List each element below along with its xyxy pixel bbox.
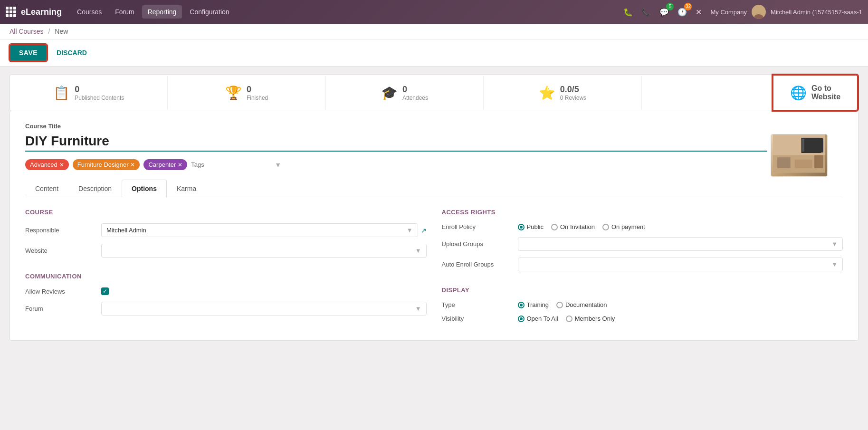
attendees-count: 0 [402,85,428,95]
finished-icon: 🏆 [225,85,242,101]
breadcrumb-separator: / [48,28,50,35]
forum-row: Forum ▼ [25,302,427,315]
breadcrumb-parent[interactable]: All Courses [10,28,44,35]
website-label: Website [25,247,101,254]
visibility-row: Visibility Open To All Members Only [442,315,843,322]
course-section-title: Course [25,209,427,216]
menu-courses[interactable]: Courses [71,5,107,19]
responsible-link-icon[interactable]: ↗ [421,227,427,234]
stat-published[interactable]: 📋 0 Published Contents [10,76,168,110]
website-row: Website ▼ [25,244,427,258]
visibility-membersonly-radio[interactable] [566,315,572,322]
type-row: Type Training Documentation [442,301,843,308]
stat-reviews[interactable]: ⭐ 0.0/5 0 Reviews [484,76,641,110]
course-section: Course Responsible Mitchell Admin ▼ ↗ [25,209,427,329]
close-icon[interactable]: ✕ [694,6,704,19]
responsible-label: Responsible [25,227,101,234]
upload-groups-select[interactable]: ▼ [518,237,843,251]
enroll-invitation-radio[interactable] [551,224,558,230]
tag-advanced-remove[interactable]: ✕ [59,162,64,168]
clock-icon-wrap[interactable]: 🕐32 [676,6,689,19]
responsible-row: Responsible Mitchell Admin ▼ ↗ [25,223,427,237]
forum-caret: ▼ [415,305,421,312]
enroll-payment-radio[interactable] [602,224,609,230]
visibility-label: Visibility [442,315,518,322]
tab-karma[interactable]: Karma [167,180,206,197]
menu-reporting[interactable]: Reporting [142,5,182,19]
allow-reviews-label: Allow Reviews [25,288,101,295]
clock-badge: 32 [684,3,692,10]
tag-carpenter: Carpenter ✕ [143,159,187,170]
course-title-label: Course Title [25,123,843,130]
goto-label: Go to Website [811,84,840,101]
course-title-input[interactable] [25,132,767,152]
responsible-caret: ▼ [407,227,413,234]
user-name: Mitchell Admin (15745157-saas-1 [771,9,862,16]
tags-dropdown-icon[interactable]: ▼ [275,161,281,169]
responsible-select[interactable]: Mitchell Admin ▼ [101,223,418,237]
published-label: Published Contents [75,95,124,101]
tabs: Content Description Options Karma [25,180,843,197]
globe-icon: 🌐 [790,85,807,101]
forum-select[interactable]: ▼ [101,302,427,315]
menu-forum[interactable]: Forum [109,5,140,19]
stat-attendees[interactable]: 🎓 0 Attendees [326,76,484,110]
chat-badge: 5 [666,3,674,10]
display-section-title: Display [442,287,843,294]
svg-rect-4 [801,138,821,153]
allow-reviews-row: Allow Reviews [25,287,427,295]
menu-configuration[interactable]: Configuration [184,5,235,19]
bug-icon[interactable]: 🐛 [621,6,635,19]
svg-rect-8 [814,155,823,169]
brand: eLearning [6,7,62,17]
tags-input[interactable] [191,161,271,168]
avatar [752,5,766,19]
auto-enroll-select[interactable]: ▼ [518,258,843,271]
tag-furniture-designer-remove[interactable]: ✕ [130,162,135,168]
grid-icon[interactable] [6,7,16,17]
type-documentation-option[interactable]: Documentation [556,301,607,308]
communication-section-title: Communication [25,273,427,280]
enroll-public-option[interactable]: Public [518,223,544,230]
phone-icon[interactable]: 📞 [639,6,653,19]
tab-content[interactable]: Content [25,180,68,197]
svg-point-0 [755,7,762,14]
tab-options[interactable]: Options [122,180,167,197]
course-thumbnail [771,134,828,177]
navbar: eLearning Courses Forum Reporting Config… [0,0,868,24]
tag-carpenter-remove[interactable]: ✕ [178,162,182,168]
allow-reviews-checkbox[interactable] [101,287,109,295]
chat-icon-wrap[interactable]: 💬5 [658,6,671,19]
form-card: Course Title Advanced ✕ Furniture Design… [10,111,858,341]
discard-button[interactable]: DISCARD [55,45,89,60]
attendees-label: Attendees [402,95,428,101]
auto-enroll-groups-row: Auto Enroll Groups ▼ [442,258,843,271]
tags-row: Advanced ✕ Furniture Designer ✕ Carpente… [25,159,843,170]
form-sections: Course Responsible Mitchell Admin ▼ ↗ [25,209,843,329]
enroll-public-radio[interactable] [518,224,525,230]
svg-rect-6 [777,157,791,168]
svg-point-1 [754,14,763,19]
svg-rect-7 [795,160,812,168]
stat-finished[interactable]: 🏆 0 Finished [168,76,325,110]
save-button[interactable]: SAVE [10,44,47,61]
enroll-invitation-option[interactable]: On Invitation [551,223,595,230]
access-rights-section: Access Rights Enroll Policy Public On In… [442,209,843,329]
visibility-opentoall-option[interactable]: Open To All [518,315,558,322]
enroll-payment-option[interactable]: On payment [602,223,645,230]
finished-count: 0 [247,85,268,95]
goto-website-button[interactable]: 🌐 Go to Website [773,75,858,111]
website-caret: ▼ [415,247,421,254]
visibility-opentoall-radio[interactable] [518,315,525,322]
breadcrumb-current: New [55,28,68,35]
type-training-radio[interactable] [518,302,525,308]
type-training-option[interactable]: Training [518,301,549,308]
tab-description[interactable]: Description [68,180,122,197]
website-select[interactable]: ▼ [101,244,427,258]
type-documentation-radio[interactable] [556,302,563,308]
auto-enroll-caret: ▼ [831,261,838,268]
action-bar: SAVE DISCARD [0,39,868,67]
type-label: Type [442,301,518,308]
visibility-membersonly-option[interactable]: Members Only [566,315,615,322]
svg-rect-5 [802,139,820,152]
